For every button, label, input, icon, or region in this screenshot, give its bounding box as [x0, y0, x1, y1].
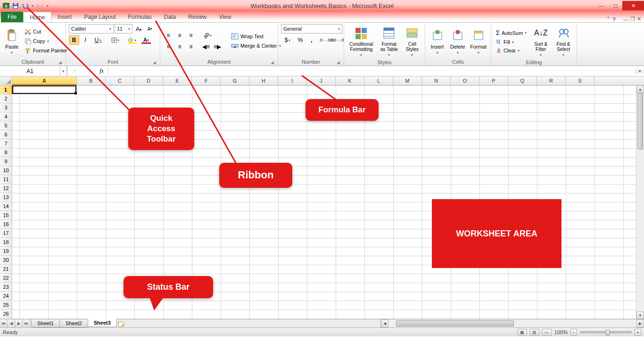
row-header[interactable]: 25 [0, 301, 12, 310]
row-header[interactable]: 3 [0, 103, 12, 112]
undo-dropdown-icon[interactable]: ▾ [30, 1, 35, 10]
row-header[interactable]: 1 [0, 85, 12, 94]
delete-cells-button[interactable]: Delete▾ [448, 26, 467, 56]
zoom-out-icon[interactable]: − [570, 329, 577, 336]
sheet-nav-last-icon[interactable]: ⏭ [23, 319, 30, 327]
close-button[interactable]: ✕ [622, 1, 644, 10]
minimize-button[interactable]: — [594, 1, 608, 10]
customize-qat-icon[interactable]: ▾ [45, 1, 50, 10]
zoom-slider[interactable] [580, 331, 632, 333]
grow-font-icon[interactable]: A▴ [133, 24, 144, 34]
excel-icon[interactable]: X [2, 1, 10, 10]
minimize-ribbon-icon[interactable]: ⌃ [606, 16, 611, 22]
tab-data[interactable]: Data [158, 12, 182, 22]
font-size-select[interactable]: 11▾ [115, 24, 132, 34]
column-header[interactable]: G [221, 76, 249, 85]
find-select-button[interactable]: Find & Select▾ [553, 24, 574, 59]
tab-formulas[interactable]: Formulas [122, 12, 158, 22]
row-header[interactable]: 12 [0, 184, 12, 193]
column-header[interactable]: I [278, 76, 307, 85]
row-header[interactable]: 8 [0, 148, 12, 157]
align-middle-icon[interactable]: ≡ [174, 31, 185, 40]
row-header[interactable]: 16 [0, 220, 12, 229]
vertical-scroll-thumb[interactable] [637, 93, 643, 150]
column-header[interactable]: C [106, 76, 134, 85]
column-header[interactable]: H [249, 76, 278, 85]
undo-icon[interactable] [21, 1, 29, 10]
column-header[interactable]: F [192, 76, 221, 85]
font-name-select[interactable]: Calibri▾ [69, 24, 114, 34]
column-header[interactable]: J [307, 76, 336, 85]
fill-button[interactable]: Fill▾ [494, 38, 528, 46]
format-painter-button[interactable]: Format Painter [23, 46, 69, 55]
align-top-icon[interactable]: ≡ [163, 31, 173, 40]
sheet-tab[interactable]: Sheet1 [31, 319, 60, 327]
align-left-icon[interactable]: ≡ [163, 42, 173, 51]
font-color-button[interactable]: A▾ [140, 35, 153, 45]
sheet-nav-prev-icon[interactable]: ◀ [8, 319, 15, 327]
tab-insert[interactable]: Insert [51, 12, 78, 22]
workbook-close-icon[interactable]: ✕ [637, 16, 641, 22]
cell-styles-button[interactable]: Cell Styles▾ [403, 24, 422, 59]
accounting-format-button[interactable]: $▾ [281, 35, 294, 45]
wrap-text-button[interactable]: Wrap Text [229, 32, 283, 41]
zoom-level[interactable]: 100% [554, 329, 568, 335]
row-header[interactable]: 7 [0, 139, 12, 148]
row-header[interactable]: 21 [0, 265, 12, 274]
copy-button[interactable]: Copy▾ [23, 37, 69, 45]
sheet-nav-next-icon[interactable]: ▶ [15, 319, 23, 327]
row-header[interactable]: 18 [0, 238, 12, 247]
row-header[interactable]: 26 [0, 310, 12, 319]
row-header[interactable]: 15 [0, 211, 12, 220]
column-header[interactable]: Q [508, 76, 537, 85]
increase-indent-icon[interactable]: ≡▶ [212, 42, 223, 51]
scroll-right-icon[interactable]: ▶ [636, 319, 644, 327]
save-icon[interactable] [11, 1, 20, 10]
underline-button[interactable]: U▾ [91, 35, 105, 45]
name-box[interactable]: A1 ▾ [0, 66, 67, 76]
row-header[interactable]: 22 [0, 274, 12, 283]
column-header[interactable]: B [77, 76, 106, 85]
page-break-view-icon[interactable]: ▭ [542, 329, 552, 336]
shrink-font-icon[interactable]: A▾ [145, 24, 155, 34]
normal-view-icon[interactable]: ▦ [518, 329, 527, 336]
active-cell[interactable] [12, 85, 76, 94]
zoom-in-icon[interactable]: + [635, 329, 641, 336]
workbook-restore-icon[interactable]: ❐ [630, 16, 635, 22]
column-header[interactable]: E [163, 76, 192, 85]
cut-button[interactable]: Cut [23, 27, 69, 36]
help-icon[interactable]: ? [612, 17, 616, 22]
borders-button[interactable]: ▾ [108, 35, 122, 45]
autosum-button[interactable]: ΣAutoSum▾ [494, 28, 528, 37]
align-center-icon[interactable]: ≡ [174, 42, 185, 51]
row-header[interactable]: 20 [0, 256, 12, 265]
clear-button[interactable]: Clear▾ [494, 47, 528, 54]
alignment-dialog-launcher-icon[interactable]: ◢ [271, 60, 274, 65]
clipboard-dialog-launcher-icon[interactable]: ◢ [58, 60, 62, 65]
row-header[interactable]: 10 [0, 166, 12, 175]
scroll-left-icon[interactable]: ◀ [381, 319, 388, 327]
merge-center-button[interactable]: aMerge & Center▾ [229, 42, 283, 50]
row-header[interactable]: 14 [0, 202, 12, 211]
sheet-nav-first-icon[interactable]: ⏮ [0, 319, 8, 327]
formula-bar-input[interactable] [108, 70, 636, 72]
number-format-select[interactable]: General▾ [281, 24, 342, 34]
horizontal-scrollbar[interactable]: ◀ ▶ [380, 319, 644, 327]
conditional-formatting-button[interactable]: Conditional Formatting▾ [347, 24, 376, 59]
vertical-scrollbar[interactable]: ▲ ▼ [636, 85, 644, 319]
column-header[interactable]: A [12, 76, 77, 85]
bold-button[interactable]: B [69, 35, 79, 45]
select-all-button[interactable] [0, 76, 12, 85]
row-header[interactable]: 2 [0, 94, 12, 103]
column-header[interactable]: K [336, 76, 364, 85]
row-header[interactable]: 13 [0, 193, 12, 202]
row-header[interactable]: 4 [0, 112, 12, 121]
fill-color-button[interactable]: ▾ [125, 35, 139, 45]
sheet-tab[interactable]: Sheet3 [88, 319, 117, 327]
tab-page-layout[interactable]: Page Layout [78, 12, 122, 22]
column-header[interactable]: S [566, 76, 594, 85]
tab-home[interactable]: Home [23, 12, 51, 22]
column-header[interactable]: O [451, 76, 479, 85]
column-header[interactable]: P [479, 76, 508, 85]
row-header[interactable]: 11 [0, 175, 12, 184]
